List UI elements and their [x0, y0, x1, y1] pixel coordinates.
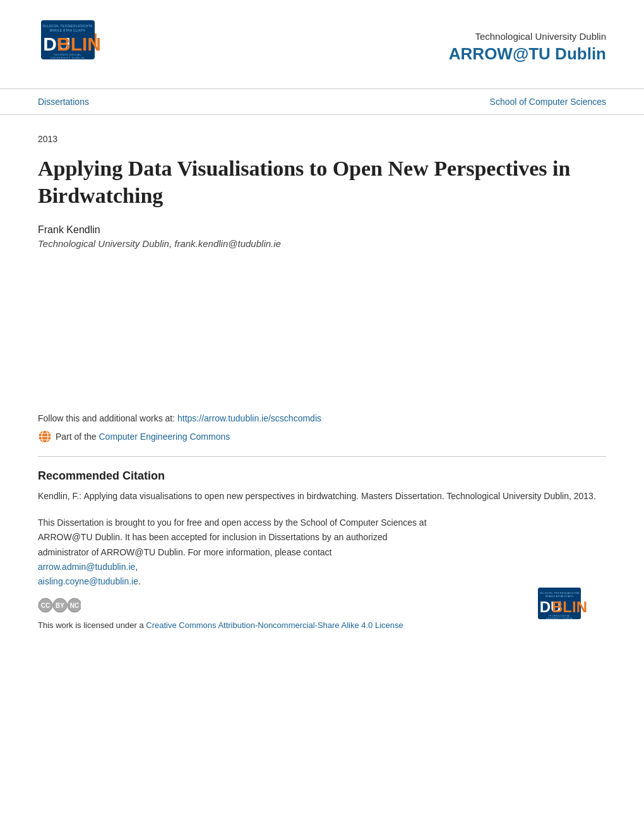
page: DU OLLSCOIL TEICNEOLAÍOCHTA BHAILE ÁTHA …: [0, 0, 644, 834]
citation-title: Recommended Citation: [38, 469, 606, 483]
commons-globe-icon: [38, 430, 52, 444]
license-link[interactable]: Creative Commons Attribution-Noncommerci…: [146, 620, 403, 630]
svg-text:NC: NC: [70, 602, 79, 609]
bottom-section: This Dissertation is brought to you for …: [38, 516, 606, 631]
recommended-citation-section: Recommended Citation Kendlin, F.: Applyi…: [38, 469, 606, 503]
license-prefix: This work is licensed under a: [38, 620, 146, 630]
part-of-label: Part of the: [56, 432, 97, 442]
citation-text: Kendlin, F.: Applying data visualisation…: [38, 489, 606, 503]
svg-text:BLIN: BLIN: [57, 33, 101, 54]
license-text: This work is licensed under a Creative C…: [38, 619, 429, 632]
dublin-logo-bottom: OLLSCOIL TEICNEOLAÍOCHTA BHAILE ÁTHA CLI…: [537, 587, 606, 631]
logo-area: DU OLLSCOIL TEICNEOLAÍOCHTA BHAILE ÁTHA …: [38, 19, 126, 76]
follow-label: Follow this and additional works at:: [38, 413, 177, 423]
left-bottom: This Dissertation is brought to you for …: [38, 516, 429, 631]
oa-period: .: [138, 576, 141, 586]
main-content: 2013 Applying Data Visualisations to Ope…: [0, 115, 644, 656]
svg-text:UNIVERSITY DUBLIN: UNIVERSITY DUBLIN: [51, 56, 84, 59]
follow-text: Follow this and additional works at: htt…: [38, 413, 606, 423]
part-of: Part of the Computer Engineering Commons: [38, 430, 606, 444]
navbar: Dissertations School of Computer Science…: [0, 89, 644, 115]
author-affiliation: Technological University Dublin, frank.k…: [38, 238, 606, 249]
institution-name: Technological University Dublin: [449, 31, 606, 42]
email2-link[interactable]: aisling.coyne@tudublin.ie: [38, 576, 138, 586]
author-email-link[interactable]: frank.kendlin@tudublin.ie: [174, 238, 281, 249]
school-link[interactable]: School of Computer Sciences: [490, 97, 606, 107]
header: DU OLLSCOIL TEICNEOLAÍOCHTA BHAILE ÁTHA …: [0, 0, 644, 89]
svg-text:BLIN: BLIN: [552, 598, 587, 615]
cc-license-icons: CC BY NC: [38, 598, 81, 613]
affiliation-text: Technological University Dublin: [38, 238, 169, 249]
open-access-text: This Dissertation is brought to you for …: [38, 516, 429, 588]
cc-icons: CC BY NC: [38, 598, 81, 613]
right-bottom: OLLSCOIL TEICNEOLAÍOCHTA BHAILE ÁTHA CLI…: [537, 587, 606, 631]
svg-text:OLLSCOIL TEICNEOLAÍOCHTA: OLLSCOIL TEICNEOLAÍOCHTA: [42, 24, 92, 28]
email1-link[interactable]: arrow.admin@tudublin.ie: [38, 562, 135, 572]
divider-1: [38, 456, 606, 457]
oa-text-body: This Dissertation is brought to you for …: [38, 517, 427, 557]
svg-text:BHAILE ÁTHA CLIATH: BHAILE ÁTHA CLIATH: [546, 595, 573, 598]
svg-text:CC: CC: [41, 602, 50, 609]
header-right: Technological University Dublin ARROW@TU…: [449, 31, 606, 64]
article-title: Applying Data Visualisations to Open New…: [38, 155, 606, 209]
publication-year: 2013: [38, 134, 606, 144]
follow-section: Follow this and additional works at: htt…: [38, 413, 606, 444]
author-name: Frank Kendlin: [38, 224, 606, 236]
cc-badge: CC BY NC: [38, 598, 429, 613]
dublin-logo: DU OLLSCOIL TEICNEOLAÍOCHTA BHAILE ÁTHA …: [38, 19, 126, 76]
repo-link[interactable]: ARROW@TU Dublin: [449, 44, 606, 63]
follow-url-link[interactable]: https://arrow.tudublin.ie/scschcomdis: [177, 413, 321, 423]
svg-text:BHAILE ÁTHA CLIATH: BHAILE ÁTHA CLIATH: [50, 28, 85, 32]
dissertations-link[interactable]: Dissertations: [38, 97, 89, 107]
commons-link[interactable]: Computer Engineering Commons: [98, 432, 230, 442]
oa-comma: ,: [135, 562, 138, 572]
svg-text:BY: BY: [56, 602, 64, 609]
svg-text:OLLSCOIL TEICNEOLAÍOCHTA: OLLSCOIL TEICNEOLAÍOCHTA: [540, 592, 579, 595]
svg-text:UNIVERSITY DUBLIN: UNIVERSITY DUBLIN: [546, 617, 573, 620]
